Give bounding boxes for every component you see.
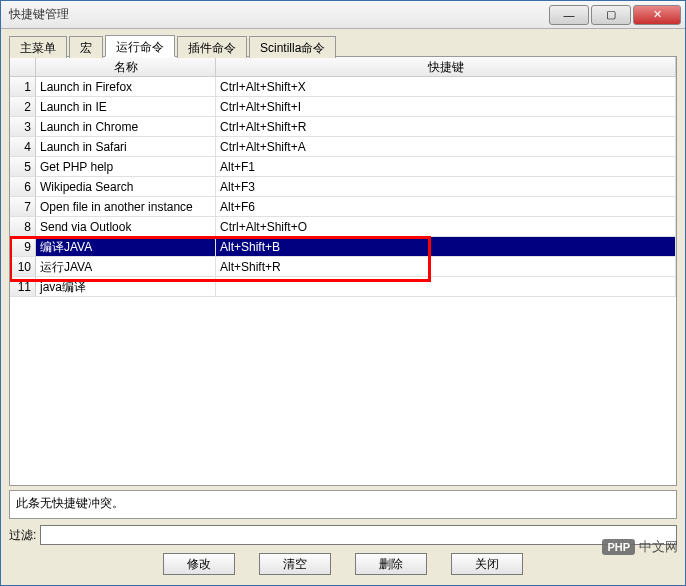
titlebar[interactable]: 快捷键管理 — ▢ ✕	[1, 1, 685, 29]
conflict-status: 此条无快捷键冲突。	[9, 490, 677, 519]
row-name: Send via Outlook	[36, 217, 216, 236]
table-header: 名称 快捷键	[10, 57, 676, 77]
close-button[interactable]: 关闭	[451, 553, 523, 575]
row-shortcut: Ctrl+Alt+Shift+O	[216, 217, 676, 236]
row-number: 10	[10, 257, 36, 276]
tab-macros[interactable]: 宏	[69, 36, 103, 58]
row-number: 5	[10, 157, 36, 176]
row-name: java编译	[36, 277, 216, 296]
row-number: 7	[10, 197, 36, 216]
row-number: 9	[10, 237, 36, 256]
tab-plugin-commands[interactable]: 插件命令	[177, 36, 247, 58]
table-row[interactable]: 1Launch in FirefoxCtrl+Alt+Shift+X	[10, 77, 676, 97]
content-area: 主菜单 宏 运行命令 插件命令 Scintilla命令 名称 快捷键 1Laun…	[1, 29, 685, 585]
tab-scintilla-commands[interactable]: Scintilla命令	[249, 36, 336, 58]
table-row[interactable]: 10运行JAVAAlt+Shift+R	[10, 257, 676, 277]
table-row[interactable]: 2Launch in IECtrl+Alt+Shift+I	[10, 97, 676, 117]
row-name: 编译JAVA	[36, 237, 216, 256]
row-name: Wikipedia Search	[36, 177, 216, 196]
row-number: 3	[10, 117, 36, 136]
table-row[interactable]: 6Wikipedia SearchAlt+F3	[10, 177, 676, 197]
row-shortcut: Ctrl+Alt+Shift+X	[216, 77, 676, 96]
row-name: Launch in Safari	[36, 137, 216, 156]
row-shortcut	[216, 277, 676, 296]
row-shortcut: Ctrl+Alt+Shift+R	[216, 117, 676, 136]
row-number: 2	[10, 97, 36, 116]
filter-label: 过滤:	[9, 527, 36, 544]
row-number: 11	[10, 277, 36, 296]
table-row[interactable]: 7Open file in another instanceAlt+F6	[10, 197, 676, 217]
minimize-button[interactable]: —	[549, 5, 589, 25]
table-body[interactable]: 1Launch in FirefoxCtrl+Alt+Shift+X2Launc…	[10, 77, 676, 485]
maximize-button[interactable]: ▢	[591, 5, 631, 25]
row-shortcut: Ctrl+Alt+Shift+I	[216, 97, 676, 116]
row-shortcut: Alt+F1	[216, 157, 676, 176]
table-row[interactable]: 5Get PHP helpAlt+F1	[10, 157, 676, 177]
shortcut-table-panel: 名称 快捷键 1Launch in FirefoxCtrl+Alt+Shift+…	[9, 56, 677, 486]
delete-button[interactable]: 删除	[355, 553, 427, 575]
row-name: Launch in IE	[36, 97, 216, 116]
col-header-name[interactable]: 名称	[36, 57, 216, 76]
row-number: 4	[10, 137, 36, 156]
filter-input[interactable]	[40, 525, 677, 545]
window-title: 快捷键管理	[5, 6, 549, 23]
table-row[interactable]: 3Launch in ChromeCtrl+Alt+Shift+R	[10, 117, 676, 137]
table-row[interactable]: 9编译JAVAAlt+Shift+B	[10, 237, 676, 257]
row-name: Launch in Chrome	[36, 117, 216, 136]
col-header-shortcut[interactable]: 快捷键	[216, 57, 676, 76]
row-shortcut: Alt+F3	[216, 177, 676, 196]
close-window-button[interactable]: ✕	[633, 5, 681, 25]
row-number: 6	[10, 177, 36, 196]
row-name: Open file in another instance	[36, 197, 216, 216]
modify-button[interactable]: 修改	[163, 553, 235, 575]
row-number: 1	[10, 77, 36, 96]
row-name: Get PHP help	[36, 157, 216, 176]
table-row[interactable]: 4Launch in SafariCtrl+Alt+Shift+A	[10, 137, 676, 157]
table-row[interactable]: 11java编译	[10, 277, 676, 297]
row-name: 运行JAVA	[36, 257, 216, 276]
row-name: Launch in Firefox	[36, 77, 216, 96]
tab-run-commands[interactable]: 运行命令	[105, 35, 175, 57]
row-shortcut: Ctrl+Alt+Shift+A	[216, 137, 676, 156]
filter-row: 过滤:	[9, 525, 677, 545]
tab-bar: 主菜单 宏 运行命令 插件命令 Scintilla命令	[9, 35, 677, 57]
row-number: 8	[10, 217, 36, 236]
clear-button[interactable]: 清空	[259, 553, 331, 575]
row-shortcut: Alt+F6	[216, 197, 676, 216]
action-buttons: 修改 清空 删除 关闭	[9, 545, 677, 581]
row-shortcut: Alt+Shift+R	[216, 257, 676, 276]
col-header-number	[10, 57, 36, 76]
tab-main-menu[interactable]: 主菜单	[9, 36, 67, 58]
shortcut-manager-window: 快捷键管理 — ▢ ✕ 主菜单 宏 运行命令 插件命令 Scintilla命令 …	[0, 0, 686, 586]
row-shortcut: Alt+Shift+B	[216, 237, 676, 256]
table-row[interactable]: 8Send via OutlookCtrl+Alt+Shift+O	[10, 217, 676, 237]
